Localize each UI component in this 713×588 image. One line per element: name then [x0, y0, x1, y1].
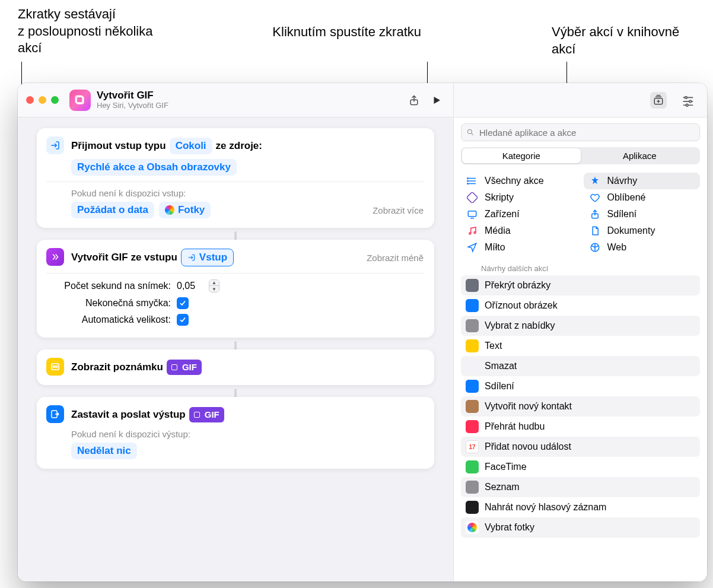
action-create-gif[interactable]: Vytvořit GIF ze vstupu Vstup Zobrazit mé…: [37, 240, 434, 338]
svg-point-19: [474, 232, 476, 234]
token-do-nothing[interactable]: Nedělat nic: [71, 443, 137, 459]
suggestion-item[interactable]: Překrýt obrázky: [461, 275, 700, 295]
svg-point-8: [53, 366, 55, 368]
shortcut-icon: [69, 90, 91, 111]
action-library-button[interactable]: [650, 92, 667, 109]
category-label: Všechny akce: [485, 176, 544, 186]
autosize-checkbox[interactable]: [177, 314, 189, 326]
text: Vstup: [199, 250, 227, 265]
category-label: Zařízení: [485, 209, 520, 220]
suggestion-item[interactable]: 17Přidat novou událost: [461, 437, 700, 457]
suggestion-label: Text: [485, 341, 502, 351]
seconds-per-frame-value[interactable]: 0,05: [177, 281, 205, 291]
token-anything[interactable]: Cokoli: [170, 138, 212, 154]
suggestion-item[interactable]: Oříznout obrázek: [461, 295, 700, 316]
stepper-down-icon[interactable]: ▼: [209, 286, 219, 292]
category-icon: [466, 176, 479, 186]
svg-point-18: [469, 233, 471, 234]
stepper[interactable]: ▲ ▼: [209, 279, 219, 293]
suggestion-label: Vytvořit nový kontakt: [485, 401, 572, 412]
text: Zobrazit poznámku: [71, 358, 163, 377]
svg-point-4: [685, 96, 687, 98]
category-label: Sdílení: [607, 209, 637, 220]
svg-rect-15: [467, 192, 478, 203]
svg-point-9: [56, 366, 58, 368]
token-photos[interactable]: Fotky: [159, 202, 211, 218]
category-item[interactable]: Oblíbené: [584, 189, 701, 206]
token-input-var[interactable]: Vstup: [181, 249, 234, 266]
photos-icon: [165, 205, 174, 215]
category-item[interactable]: Média: [461, 223, 578, 239]
category-item[interactable]: Dokumenty: [584, 223, 701, 239]
suggestion-item[interactable]: Sdílení: [461, 376, 700, 396]
app-icon: 17: [466, 440, 479, 453]
suggestion-label: Oříznout obrázek: [485, 300, 558, 311]
app-icon: [466, 339, 479, 352]
suggestions-list: Překrýt obrázkyOříznout obrázekVybrat z …: [454, 275, 707, 545]
token-source[interactable]: Rychlé akce a Obsah obrazovky: [71, 159, 237, 176]
svg-point-13: [467, 180, 469, 182]
suggestion-label: Smazat: [485, 361, 517, 371]
titlebar-left: Vytvořit GIF Hey Siri, Vytvořit GIF: [18, 83, 454, 117]
suggestion-item[interactable]: Smazat: [461, 356, 700, 376]
suggestion-label: Přidat novou událost: [485, 441, 571, 452]
tab-categories[interactable]: Kategorie: [462, 148, 581, 163]
search-input[interactable]: [478, 127, 695, 138]
category-label: Návrhy: [607, 176, 638, 186]
svg-point-6: [686, 104, 688, 106]
suggestion-item[interactable]: Vybrat fotky: [461, 517, 700, 538]
run-button[interactable]: [428, 92, 445, 109]
suggestion-item[interactable]: FaceTime: [461, 457, 700, 477]
category-item[interactable]: Zařízení: [461, 206, 578, 223]
loop-checkbox[interactable]: [177, 297, 189, 309]
suggestion-item[interactable]: Nahrát nový hlasový záznam: [461, 497, 700, 517]
note-icon: [46, 358, 64, 376]
show-more-button[interactable]: Zobrazit více: [373, 205, 424, 215]
callout-sequence: Zkratky sestávají z posloupnosti několik…: [18, 6, 154, 57]
suggestion-label: FaceTime: [485, 462, 527, 472]
suggestion-item[interactable]: Text: [461, 336, 700, 356]
category-label: Skripty: [485, 192, 514, 203]
no-output-label: Pokud není k dispozici výstup:: [46, 429, 424, 439]
suggestion-item[interactable]: Seznam: [461, 477, 700, 497]
category-icon: [466, 225, 479, 236]
token-gif-var[interactable]: GIF: [167, 360, 202, 375]
token-ask-for-data[interactable]: Požádat o data: [71, 202, 154, 218]
search-field[interactable]: [461, 123, 700, 141]
text: GIF: [205, 408, 219, 422]
tab-apps[interactable]: Aplikace: [581, 148, 699, 163]
action-stop-output[interactable]: Zastavit a poslat výstup GIF Pokud není …: [37, 397, 434, 469]
category-item[interactable]: Sdílení: [584, 206, 701, 223]
suggestion-label: Vybrat z nabídky: [485, 320, 555, 331]
shortcut-title: Vytvořit GIF: [97, 90, 400, 101]
workflow-editor: Přijmout vstup typu Cokoli ze zdroje: Ry…: [18, 117, 454, 581]
action-show-note[interactable]: Zobrazit poznámku GIF: [37, 349, 434, 385]
zoom-button[interactable]: [51, 96, 59, 104]
category-icon: [588, 225, 601, 236]
svg-point-5: [689, 100, 692, 103]
suggestion-item[interactable]: Vytvořit nový kontakt: [461, 396, 700, 417]
stepper-up-icon[interactable]: ▲: [209, 280, 219, 286]
action-receive-input[interactable]: Přijmout vstup typu Cokoli ze zdroje: Ry…: [37, 128, 434, 228]
app-icon: [466, 521, 479, 534]
suggestions-header: Návrhy dalších akcí: [454, 258, 707, 275]
app-icon: [466, 360, 479, 373]
minimize-button[interactable]: [39, 96, 46, 104]
text: GIF: [182, 360, 197, 374]
close-button[interactable]: [26, 96, 34, 104]
suggestion-item[interactable]: Přehrát hudbu: [461, 417, 700, 437]
settings-button[interactable]: [680, 92, 696, 109]
app-icon: [466, 400, 479, 413]
suggestion-label: Sdílení: [485, 381, 514, 392]
category-item[interactable]: Míłto: [461, 239, 578, 256]
suggestion-item[interactable]: Vybrat z nabídky: [461, 316, 700, 336]
token-gif-var[interactable]: GIF: [189, 407, 224, 422]
shortcuts-editor-window: Vytvořit GIF Hey Siri, Vytvořit GIF: [18, 83, 707, 581]
category-icon: [588, 209, 601, 220]
category-item[interactable]: Skripty: [461, 189, 578, 206]
category-item[interactable]: Návrhy: [584, 173, 701, 189]
category-item[interactable]: Všechny akce: [461, 173, 578, 189]
share-button[interactable]: [406, 92, 422, 109]
category-item[interactable]: Web: [584, 239, 701, 256]
show-less-button[interactable]: Zobrazit méně: [367, 253, 424, 263]
